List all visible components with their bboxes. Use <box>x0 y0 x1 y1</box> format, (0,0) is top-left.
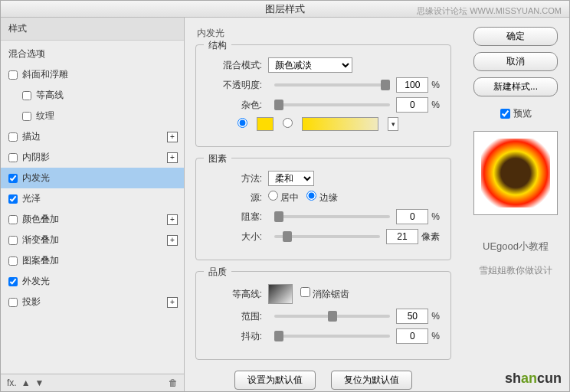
size-slider[interactable] <box>274 235 380 238</box>
source-edge-radio[interactable]: 边缘 <box>306 191 337 204</box>
color-gradient-radio[interactable] <box>283 118 293 130</box>
method-label: 方法: <box>207 172 262 185</box>
down-icon[interactable]: ▼ <box>35 377 44 388</box>
trash-icon[interactable]: 🗑 <box>169 377 178 388</box>
style-label: 外发光 <box>22 275 50 288</box>
style-checkbox[interactable] <box>22 112 31 121</box>
jitter-label: 抖动: <box>207 330 262 343</box>
color-solid-radio[interactable] <box>238 118 247 130</box>
style-checkbox[interactable] <box>8 132 18 142</box>
styles-panel: 样式 混合选项 斜面和浮雕等高线纹理描边+内阴影+内发光光泽颜色叠加+渐变叠加+… <box>1 18 185 391</box>
style-item[interactable]: 描边+ <box>1 126 184 147</box>
style-item[interactable]: 图案叠加 <box>1 250 184 271</box>
choke-label: 阻塞: <box>207 211 262 224</box>
blend-mode-label: 混合模式: <box>207 59 262 72</box>
style-label: 等高线 <box>36 89 64 102</box>
preview-glow-icon <box>481 139 550 207</box>
jitter-slider[interactable] <box>274 335 390 338</box>
style-item[interactable]: 内阴影+ <box>1 147 184 168</box>
add-effect-icon[interactable]: + <box>167 152 178 163</box>
style-checkbox[interactable] <box>8 215 18 224</box>
opacity-label: 不透明度: <box>207 79 262 92</box>
contour-label: 等高线: <box>207 288 262 301</box>
opacity-field[interactable] <box>396 77 428 93</box>
styles-list: 混合选项 斜面和浮雕等高线纹理描边+内阴影+内发光光泽颜色叠加+渐变叠加+图案叠… <box>1 41 184 374</box>
size-unit: 像素 <box>421 230 440 243</box>
size-field[interactable] <box>386 229 418 244</box>
blend-mode-select[interactable]: 颜色减淡 <box>268 57 352 73</box>
ok-button[interactable]: 确定 <box>473 27 558 46</box>
style-item[interactable]: 等高线 <box>1 85 184 106</box>
reset-default-button[interactable]: 复位为默认值 <box>331 371 412 390</box>
cancel-button[interactable]: 取消 <box>473 52 558 71</box>
watermark-text: 思缘设计论坛 WWW.MISSYUAN.COM <box>417 5 562 17</box>
style-checkbox[interactable] <box>8 70 18 80</box>
style-item[interactable]: 内发光 <box>1 168 184 188</box>
blend-options-item[interactable]: 混合选项 <box>1 44 184 64</box>
size-label: 大小: <box>207 230 262 243</box>
style-label: 光泽 <box>22 192 41 205</box>
style-item[interactable]: 纹理 <box>1 106 184 126</box>
range-slider[interactable] <box>274 315 390 318</box>
style-item[interactable]: 光泽 <box>1 188 184 209</box>
source-label: 源: <box>207 191 262 204</box>
style-item[interactable]: 斜面和浮雕 <box>1 64 184 85</box>
style-checkbox[interactable] <box>22 91 31 100</box>
noise-slider[interactable] <box>274 103 390 106</box>
style-label: 内阴影 <box>22 151 50 164</box>
structure-group: 结构 混合模式: 颜色减淡 不透明度: % 杂色: % <box>195 44 451 147</box>
antialias-checkbox[interactable]: 消除锯齿 <box>300 287 349 301</box>
noise-label: 杂色: <box>207 99 262 112</box>
style-checkbox[interactable] <box>8 153 18 162</box>
style-checkbox[interactable] <box>8 174 18 183</box>
gradient-swatch[interactable] <box>302 117 378 131</box>
gradient-dropdown-icon[interactable]: ▾ <box>388 117 398 131</box>
preview-box <box>473 131 558 215</box>
new-style-button[interactable]: 新建样式... <box>473 77 558 96</box>
style-label: 投影 <box>22 296 41 309</box>
jitter-field[interactable] <box>396 328 428 344</box>
style-checkbox[interactable] <box>8 194 18 204</box>
style-label: 斜面和浮雕 <box>22 68 68 81</box>
add-effect-icon[interactable]: + <box>167 214 178 225</box>
styles-header: 样式 <box>1 18 184 41</box>
style-checkbox[interactable] <box>8 277 18 286</box>
range-field[interactable] <box>396 309 428 324</box>
range-label: 范围: <box>207 310 262 323</box>
styles-footer: fx. ▲ ▼ 🗑 <box>1 374 184 391</box>
add-effect-icon[interactable]: + <box>167 235 178 246</box>
quality-group: 品质 等高线: 消除锯齿 范围: % 抖动: % <box>195 271 451 360</box>
noise-field[interactable] <box>396 97 428 113</box>
style-label: 内发光 <box>22 172 50 185</box>
source-center-radio[interactable]: 居中 <box>268 191 299 204</box>
add-effect-icon[interactable]: + <box>167 297 178 308</box>
settings-panel: 内发光 结构 混合模式: 颜色减淡 不透明度: % 杂色: % <box>185 18 462 391</box>
right-panel: 确定 取消 新建样式... 预览 UEgood小教程 雪姐姐教你做设计 <box>462 18 569 391</box>
choke-field[interactable] <box>396 209 428 224</box>
style-checkbox[interactable] <box>8 236 18 245</box>
style-item[interactable]: 投影+ <box>1 292 184 312</box>
make-default-button[interactable]: 设置为默认值 <box>234 371 316 390</box>
color-swatch[interactable] <box>257 117 274 131</box>
style-item[interactable]: 外发光 <box>1 271 184 292</box>
fx-icon[interactable]: fx. <box>7 377 17 388</box>
logo: shancun <box>505 371 562 387</box>
choke-slider[interactable] <box>274 215 390 218</box>
style-item[interactable]: 颜色叠加+ <box>1 209 184 230</box>
style-item[interactable]: 渐变叠加+ <box>1 230 184 250</box>
method-select[interactable]: 柔和 <box>268 171 314 186</box>
up-icon[interactable]: ▲ <box>21 377 31 388</box>
style-label: 描边 <box>22 130 41 143</box>
elements-group: 图素 方法: 柔和 源: 居中 边缘 阻塞: % <box>195 158 451 260</box>
style-checkbox[interactable] <box>8 256 18 266</box>
layer-style-dialog: 图层样式 思缘设计论坛 WWW.MISSYUAN.COM 样式 混合选项 斜面和… <box>0 0 570 392</box>
contour-swatch[interactable] <box>268 284 293 304</box>
opacity-slider[interactable] <box>274 83 390 87</box>
preview-checkbox[interactable]: 预览 <box>500 107 532 120</box>
style-checkbox[interactable] <box>8 298 18 307</box>
add-effect-icon[interactable]: + <box>167 132 178 142</box>
style-label: 渐变叠加 <box>22 234 59 247</box>
style-label: 图案叠加 <box>22 254 59 267</box>
credit-title: UEgood小教程 <box>483 240 549 253</box>
style-label: 纹理 <box>36 109 54 122</box>
